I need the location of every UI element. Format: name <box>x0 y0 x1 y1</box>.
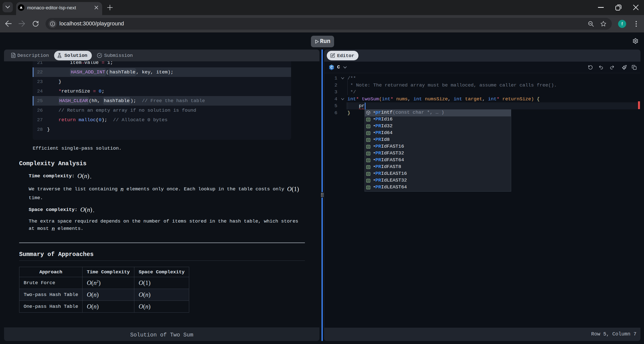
svg-text:C: C <box>330 66 333 69</box>
